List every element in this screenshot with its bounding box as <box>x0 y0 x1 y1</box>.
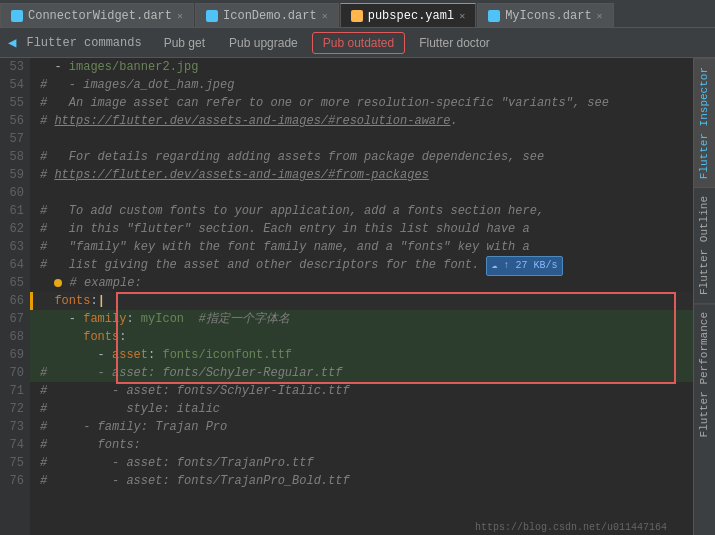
tab-pubspec-label: pubspec.yaml <box>368 9 454 23</box>
dart-icon <box>11 10 23 22</box>
code-line-74: # fonts: <box>30 436 693 454</box>
line-num-58: 58 <box>0 148 24 166</box>
flutter-outline-panel[interactable]: Flutter Outline <box>694 187 715 303</box>
line-num-70: 70 <box>0 364 24 382</box>
flutter-inspector-panel[interactable]: Flutter Inspector <box>694 58 715 187</box>
line-num-73: 73 <box>0 418 24 436</box>
line-num-65: 65 <box>0 274 24 292</box>
code-line-62: # in this "flutter" section. Each entry … <box>30 220 693 238</box>
tab-pubspec-close[interactable]: ✕ <box>459 10 465 22</box>
code-lines: - images/banner2.jpg # - images/a_dot_ha… <box>30 58 693 490</box>
line-num-56: 56 <box>0 112 24 130</box>
dart-icon-2 <box>206 10 218 22</box>
tab-connector-label: ConnectorWidget.dart <box>28 9 172 23</box>
code-line-67: - family: myIcon #指定一个字体名 <box>30 310 693 328</box>
line-num-75: 75 <box>0 454 24 472</box>
line-num-59: 59 <box>0 166 24 184</box>
code-line-75: # - asset: fonts/TrajanPro.ttf <box>30 454 693 472</box>
main-layout: 53 54 55 56 57 58 59 60 61 62 63 64 65 6… <box>0 58 715 535</box>
code-line-56: # https://flutter.dev/assets-and-images/… <box>30 112 693 130</box>
code-line-73: # - family: Trajan Pro <box>30 418 693 436</box>
code-line-61: # To add custom fonts to your applicatio… <box>30 202 693 220</box>
code-editor[interactable]: - images/banner2.jpg # - images/a_dot_ha… <box>30 58 693 535</box>
code-line-59: # https://flutter.dev/assets-and-images/… <box>30 166 693 184</box>
line-num-71: 71 <box>0 382 24 400</box>
line-num-53: 53 <box>0 58 24 76</box>
dart-icon-3 <box>488 10 500 22</box>
line-num-69: 69 <box>0 346 24 364</box>
line-num-68: 68 <box>0 328 24 346</box>
tab-myicons-label: MyIcons.dart <box>505 9 591 23</box>
code-line-76: # - asset: fonts/TrajanPro_Bold.ttf <box>30 472 693 490</box>
tab-connector-close[interactable]: ✕ <box>177 10 183 22</box>
code-line-71: # - asset: fonts/Schyler-Italic.ttf <box>30 382 693 400</box>
code-line-53: - images/banner2.jpg <box>30 58 693 76</box>
tab-icon-demo-label: IconDemo.dart <box>223 9 317 23</box>
tab-myicons[interactable]: MyIcons.dart ✕ <box>477 3 613 27</box>
right-sidebar: Flutter Inspector Flutter Outline Flutte… <box>693 58 715 535</box>
code-line-58: # For details regarding adding assets fr… <box>30 148 693 166</box>
code-line-66: fonts:| <box>30 292 693 310</box>
flutter-toolbar: ◀ Flutter commands Pub get Pub upgrade P… <box>0 28 715 58</box>
app-window: ConnectorWidget.dart ✕ IconDemo.dart ✕ p… <box>0 0 715 535</box>
line-num-54: 54 <box>0 76 24 94</box>
line-num-62: 62 <box>0 220 24 238</box>
tab-icon-demo[interactable]: IconDemo.dart ✕ <box>195 3 339 27</box>
line-num-72: 72 <box>0 400 24 418</box>
line-num-60: 60 <box>0 184 24 202</box>
flutter-logo: ◀ <box>8 34 16 51</box>
code-line-64: # list giving the asset and other descri… <box>30 256 693 274</box>
line-num-61: 61 <box>0 202 24 220</box>
tab-connector[interactable]: ConnectorWidget.dart ✕ <box>0 3 194 27</box>
line-num-76: 76 <box>0 472 24 490</box>
flutter-performance-panel[interactable]: Flutter Performance <box>694 303 715 445</box>
pub-get-button[interactable]: Pub get <box>154 33 215 53</box>
code-line-54: # - images/a_dot_ham.jpeg <box>30 76 693 94</box>
line-number-gutter: 53 54 55 56 57 58 59 60 61 62 63 64 65 6… <box>0 58 30 535</box>
code-line-69: - asset: fonts/iconfont.ttf <box>30 346 693 364</box>
line-num-55: 55 <box>0 94 24 112</box>
tab-icon-demo-close[interactable]: ✕ <box>322 10 328 22</box>
flutter-doctor-button[interactable]: Flutter doctor <box>409 33 500 53</box>
code-line-65: # example: <box>30 274 693 292</box>
line-num-66: 66 <box>0 292 24 310</box>
tab-pubspec[interactable]: pubspec.yaml ✕ <box>340 3 476 27</box>
code-line-70: # - asset: fonts/Schyler-Regular.ttf <box>30 364 693 382</box>
flutter-commands-label: Flutter commands <box>26 36 141 50</box>
line-num-67: 67 <box>0 310 24 328</box>
code-line-57 <box>30 130 693 148</box>
tab-bar: ConnectorWidget.dart ✕ IconDemo.dart ✕ p… <box>0 0 715 28</box>
line-num-57: 57 <box>0 130 24 148</box>
pub-upgrade-button[interactable]: Pub upgrade <box>219 33 308 53</box>
pub-outdated-button[interactable]: Pub outdated <box>312 32 405 54</box>
code-line-60 <box>30 184 693 202</box>
code-line-68: fonts: <box>30 328 693 346</box>
code-line-63: # "family" key with the font family name… <box>30 238 693 256</box>
tab-myicons-close[interactable]: ✕ <box>597 10 603 22</box>
line-num-64: 64 <box>0 256 24 274</box>
line-num-74: 74 <box>0 436 24 454</box>
yaml-icon <box>351 10 363 22</box>
watermark: https://blog.csdn.net/u011447164 <box>475 522 667 533</box>
code-line-72: # style: italic <box>30 400 693 418</box>
line-num-63: 63 <box>0 238 24 256</box>
code-line-55: # An image asset can refer to one or mor… <box>30 94 693 112</box>
